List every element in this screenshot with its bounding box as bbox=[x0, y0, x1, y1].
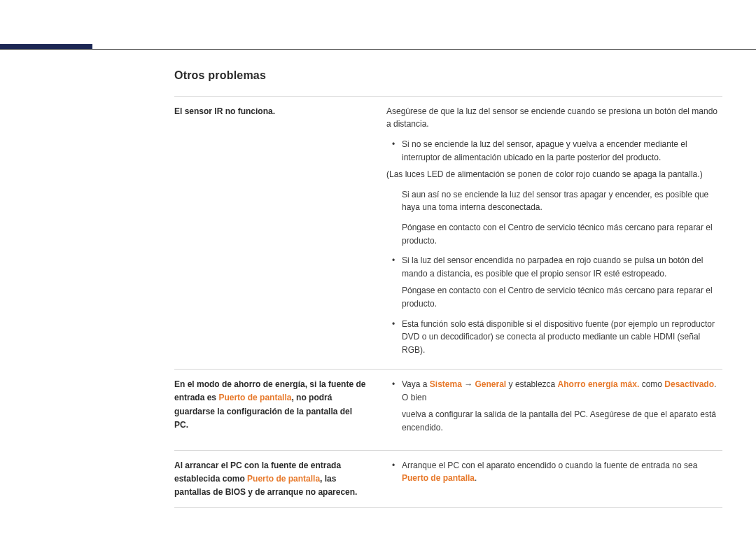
list-continuation: Si aun así no se enciende la luz del sen… bbox=[386, 188, 722, 214]
text-run: Asegúrese de que la luz del sensor se en… bbox=[386, 106, 718, 129]
list-continuation: Póngase en contacto con el Centro de ser… bbox=[386, 221, 722, 247]
row-solution: Vaya a Sistema → General y establezca Ah… bbox=[381, 370, 722, 449]
highlight-term: Desactivado bbox=[664, 379, 714, 389]
highlight-term: Puerto de pantalla bbox=[402, 473, 475, 483]
row-problem: El sensor IR no funciona. bbox=[174, 97, 381, 370]
text-run: Si la luz del sensor encendida no parpad… bbox=[402, 255, 703, 279]
troubleshoot-table: El sensor IR no funciona.Asegúrese de qu… bbox=[174, 96, 722, 508]
text-run: (Las luces LED de alimentación se ponen … bbox=[386, 169, 703, 179]
content-area: Otros problemas El sensor IR no funciona… bbox=[174, 67, 722, 508]
highlight-term: General bbox=[475, 379, 507, 389]
text-run: Esta función solo está disponible si el … bbox=[402, 319, 715, 355]
text-run: vuelva a configurar la salida de la pant… bbox=[402, 409, 716, 433]
list-item: Si no se enciende la luz del sensor, apa… bbox=[386, 138, 722, 164]
highlight-term: Sistema bbox=[430, 379, 462, 389]
row-solution: Asegúrese de que la luz del sensor se en… bbox=[381, 97, 722, 370]
text-run: y establezca bbox=[506, 379, 557, 389]
text-run: Póngase en contacto con el Centro de ser… bbox=[402, 223, 713, 246]
text-run: . bbox=[475, 473, 477, 483]
text-run: → bbox=[462, 379, 475, 389]
text-run: Póngase en contacto con el Centro de ser… bbox=[402, 286, 713, 309]
section-heading: Otros problemas bbox=[174, 67, 722, 85]
list-item: Vaya a Sistema → General y establezca Ah… bbox=[386, 378, 722, 404]
list-item: Arranque el PC con el aparato encendido … bbox=[386, 459, 722, 485]
highlight-term: Puerto de pantalla bbox=[247, 474, 320, 484]
row-problem: En el modo de ahorro de energía, si la f… bbox=[174, 370, 381, 449]
table-row: Al arrancar el PC con la fuente de entra… bbox=[174, 450, 722, 509]
text-run: Si aun así no se enciende la luz del sen… bbox=[402, 190, 708, 213]
row-problem: Al arrancar el PC con la fuente de entra… bbox=[174, 451, 381, 508]
table-row: En el modo de ahorro de energía, si la f… bbox=[174, 369, 722, 449]
list-continuation: vuelva a configurar la salida de la pant… bbox=[386, 408, 722, 434]
list-item: Esta función solo está disponible si el … bbox=[386, 318, 722, 357]
solution-list: Arranque el PC con el aparato encendido … bbox=[386, 459, 722, 485]
text-run: Vaya a bbox=[402, 379, 430, 389]
header-accent-bar bbox=[0, 44, 92, 49]
highlight-term: Ahorro energía máx. bbox=[558, 379, 640, 389]
text-run: Arranque el PC con el aparato encendido … bbox=[402, 461, 697, 470]
table-row: El sensor IR no funciona.Asegúrese de qu… bbox=[174, 96, 722, 370]
header-divider bbox=[0, 49, 756, 50]
list-continuation: Póngase en contacto con el Centro de ser… bbox=[386, 284, 722, 310]
list-item: Si la luz del sensor encendida no parpad… bbox=[386, 254, 722, 280]
text-run: Si no se enciende la luz del sensor, apa… bbox=[402, 139, 687, 162]
solution-intro: Asegúrese de que la luz del sensor se en… bbox=[386, 105, 722, 131]
solution-list: Vaya a Sistema → General y establezca Ah… bbox=[386, 378, 722, 434]
solution-note: (Las luces LED de alimentación se ponen … bbox=[386, 168, 722, 181]
row-solution: Arranque el PC con el aparato encendido … bbox=[381, 451, 722, 508]
text-run: como bbox=[639, 379, 664, 389]
list-note: (Las luces LED de alimentación se ponen … bbox=[386, 168, 722, 181]
solution-list: Si no se enciende la luz del sensor, apa… bbox=[386, 138, 722, 356]
text-run: El sensor IR no funciona. bbox=[174, 106, 275, 116]
highlight-term: Puerto de pantalla bbox=[218, 393, 291, 402]
